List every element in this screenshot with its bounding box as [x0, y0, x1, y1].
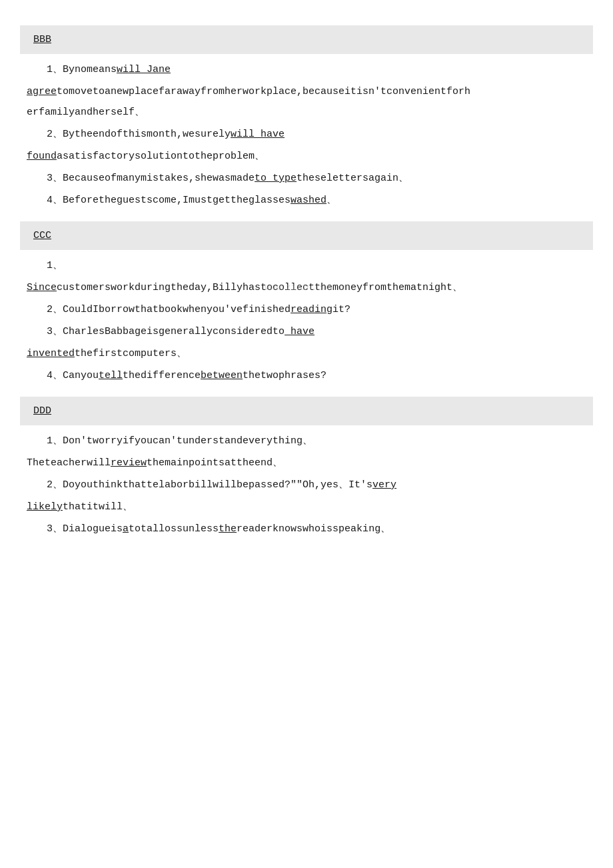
section-BBB: BBB 1、Bynomeanswill Jane agreetomovetoan…: [20, 25, 593, 209]
watermark: www.zixin.com.cn: [20, 280, 593, 295]
section-header-DDD: DDD: [20, 397, 593, 425]
list-item: 2、Doyouthinkthattelaborbillwillbepassed?…: [20, 476, 593, 494]
list-item: Theteacherwillreviewthemainpointsattheen…: [20, 454, 593, 472]
section-DDD: DDD 1、Don'tworryifyoucan'tunderstandever…: [20, 397, 593, 538]
list-item: 1、: [20, 257, 593, 275]
list-item: inventedthefirstcomputers、: [20, 345, 593, 363]
section-header-BBB: BBB: [20, 25, 593, 54]
list-item: 3、Becauseofmanymistakes,shewasmadeto typ…: [20, 169, 593, 187]
list-item: erfamilyandherself、: [20, 103, 593, 121]
section-CCC: CCC 1、 www.zixin.com.cn Sincecustomerswo…: [20, 221, 593, 385]
list-item: 4、Beforetheguestscome,Imustgettheglasses…: [20, 191, 593, 209]
list-item: www.zixin.com.cn Sincecustomersworkdurin…: [20, 279, 593, 297]
list-item: likelythatitwill、: [20, 498, 593, 516]
list-item: foundasatisfactorysolutiontotheproblem、: [20, 147, 593, 165]
list-item: 3、CharlesBabbageisgenerallyconsideredto …: [20, 323, 593, 341]
document-content: BBB 1、Bynomeanswill Jane agreetomovetoan…: [20, 25, 593, 538]
list-item: 4、Canyoutellthedifferencebetweenthetwoph…: [20, 367, 593, 385]
list-item: agreetomovetoanewplacefarawayfromherwork…: [20, 83, 593, 101]
list-item: 2、Bytheendofthismonth,wesurelywill have: [20, 125, 593, 143]
list-item: 2、CouldIborrowthatbookwhenyou'vefinished…: [20, 301, 593, 319]
list-item: 1、Don'tworryifyoucan'tunderstandeverythi…: [20, 432, 593, 450]
section-header-CCC: CCC: [20, 221, 593, 250]
list-item: 1、Bynomeanswill Jane: [20, 61, 593, 79]
list-item: 3、Dialogueisatotallossunlessthereaderkno…: [20, 520, 593, 538]
